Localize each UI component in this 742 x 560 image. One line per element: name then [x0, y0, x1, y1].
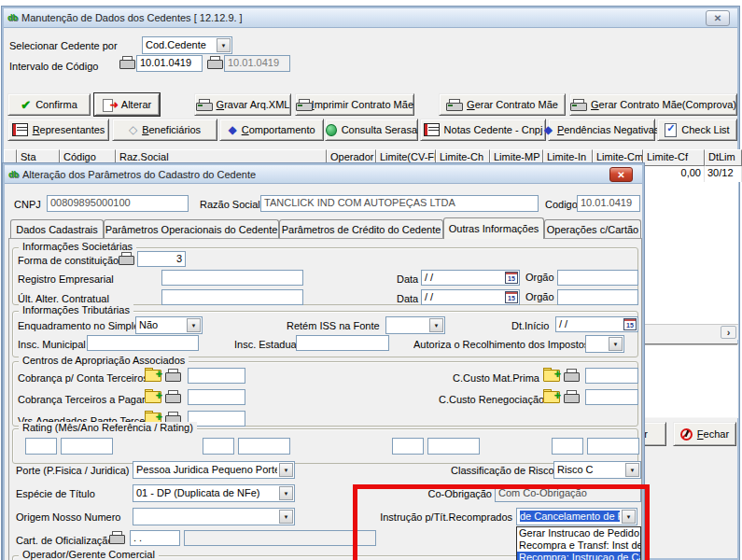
ult-alter-field[interactable]: [161, 289, 303, 305]
ccusto-renegociacao-label: C.Custo Renegociação: [439, 394, 539, 405]
cart-oficializacao-label: Cart. de Oficialização: [16, 535, 114, 546]
alterar-button[interactable]: ➜ Alterar: [94, 93, 160, 116]
edit-arrow-icon: ➜: [103, 99, 117, 111]
rating-field[interactable]: [61, 438, 113, 455]
range-to-field[interactable]: 10.01.0419: [224, 55, 290, 72]
selector-combo[interactable]: Cod.Cedente ▼: [142, 36, 232, 54]
table-header-cell[interactable]: Limite-Cf: [643, 149, 705, 166]
chevron-down-icon[interactable]: ▼: [279, 510, 293, 524]
insc-municipal-field[interactable]: [87, 335, 199, 351]
chevron-down-icon[interactable]: ▼: [279, 486, 293, 500]
lookup-printer-icon[interactable]: [119, 56, 134, 69]
rating-field[interactable]: [427, 438, 480, 455]
check-list-label: Check List: [681, 124, 729, 135]
classificacao-risco-combo[interactable]: Risco C ▼: [553, 461, 641, 479]
folder-plus-icon[interactable]: +: [145, 389, 161, 402]
lookup-printer-icon[interactable]: [119, 252, 133, 265]
calendar-icon[interactable]: 15: [623, 318, 637, 330]
rating-mes-ano-field[interactable]: [392, 438, 424, 455]
comportamento-button[interactable]: ◆ Comportamento: [219, 119, 324, 141]
codigo-field[interactable]: 10.01.0419: [577, 195, 640, 212]
tab-parametros-credito[interactable]: Parâmetros de Crédito do Cedente: [279, 219, 443, 238]
check-list-button[interactable]: ✓ Check List: [657, 119, 737, 141]
folder-plus-icon[interactable]: +: [543, 368, 560, 381]
diamond-icon: ◆: [544, 124, 553, 136]
ledger-icon: [424, 123, 440, 136]
cnpj-field[interactable]: 00809895000100: [47, 195, 189, 212]
tab-operacoes-cartao[interactable]: Operações c/Cartão: [544, 219, 641, 238]
orgao-field[interactable]: [557, 289, 638, 305]
dialog-title: Alteração dos Parâmetros do Cadastro do …: [22, 169, 256, 180]
retem-iss-combo[interactable]: ▼: [385, 316, 445, 334]
orgao-label: Orgão: [525, 272, 554, 283]
screen: db Manutenção de Dados dos Cedentes [ 12…: [0, 0, 742, 560]
confirma-button[interactable]: ✔ Confirma: [7, 93, 91, 116]
gerar-contrato-comprova-button[interactable]: Gerar Contrato Mãe(Comprova): [569, 93, 737, 116]
chevron-down-icon[interactable]: ▼: [217, 38, 231, 52]
gerar-contrato-button[interactable]: Gerar Contrato Mãe: [439, 93, 566, 116]
rating-mes-ano-field[interactable]: [552, 438, 583, 455]
range-from-field[interactable]: 10.01.0419: [136, 55, 203, 72]
tab-dados-cadastrais[interactable]: Dados Cadastrais: [10, 219, 104, 238]
origem-nosso-numero-label: Origem Nosso Numero: [16, 511, 120, 523]
folder-plus-icon[interactable]: +: [145, 368, 161, 381]
calendar-icon[interactable]: 15: [505, 291, 518, 303]
representantes-button[interactable]: Representantes: [7, 119, 109, 141]
cobranca-terceiros-pagar-field[interactable]: [188, 389, 245, 405]
group-title: Operador/Gerente Comercial: [19, 549, 159, 560]
chevron-down-icon[interactable]: ▼: [625, 463, 639, 477]
tab-parametros-operacionais[interactable]: Parâmetros Operacionais do Cedente: [104, 219, 279, 238]
chevron-down-icon[interactable]: ▼: [609, 337, 623, 351]
ccusto-matprima-field[interactable]: [585, 368, 638, 384]
forma-constituicao-field[interactable]: 3: [137, 251, 186, 267]
notas-cedente-button[interactable]: Notas Cedente - Cnpj: [420, 119, 546, 141]
enquadramento-simples-combo[interactable]: Não ▼: [135, 316, 203, 334]
orgao-label: Orgão: [525, 291, 554, 302]
cobranca-conta-terceiros-field[interactable]: [188, 368, 245, 384]
lookup-printer-icon[interactable]: [109, 531, 124, 544]
insc-estadual-field[interactable]: [296, 335, 389, 351]
folder-plus-icon[interactable]: +: [543, 389, 560, 402]
pendencias-button[interactable]: ◆ Pendências Negativas: [548, 119, 655, 141]
scroll-right-button[interactable]: ›: [721, 326, 736, 339]
classificacao-risco-value: Risco C: [557, 464, 623, 475]
pendencias-label: Pendências Negativas: [557, 124, 659, 135]
ccusto-renegociacao-field[interactable]: [585, 389, 638, 405]
especie-titulo-combo[interactable]: 01 - DP (Duplicata de NFe) ▼: [133, 484, 295, 502]
ult-alter-contratual-label: Últ. Alter. Contratual: [18, 293, 109, 304]
fechar-button[interactable]: Fechar: [673, 422, 736, 446]
tab-outras-informacoes[interactable]: Outras Informações: [443, 217, 544, 239]
main-close-button[interactable]: ✕: [706, 10, 730, 26]
beneficiarios-button[interactable]: ◇ Beneficiários: [112, 119, 217, 141]
chevron-down-icon[interactable]: ▼: [187, 318, 201, 332]
origem-nosso-numero-combo[interactable]: ▼: [133, 508, 295, 525]
rating-mes-ano-field[interactable]: [25, 438, 57, 455]
table-header-cell[interactable]: DtLim: [705, 149, 742, 166]
rating-field[interactable]: [238, 438, 290, 455]
porte-combo[interactable]: Pessoa Juridica Pequeno Porte ▼: [133, 461, 295, 479]
group-title: Centros de Apropriação Associados: [19, 355, 189, 366]
cell-dtlim: 30/12: [705, 166, 742, 182]
lookup-printer-icon[interactable]: [564, 390, 579, 403]
rating-field[interactable]: [587, 438, 639, 455]
alterar-label: Alterar: [121, 99, 151, 110]
chevron-down-icon[interactable]: ▼: [279, 463, 293, 477]
lookup-printer-icon[interactable]: [564, 369, 579, 382]
rating-mes-ano-field[interactable]: [203, 438, 234, 455]
registro-empresarial-label: Registro Empresarial: [18, 273, 114, 285]
orgao-field[interactable]: [557, 270, 638, 286]
chevron-down-icon[interactable]: ▼: [429, 318, 443, 332]
imprimir-contrato-button[interactable]: Imprimir Contrato Mãe: [295, 93, 414, 116]
lookup-printer-icon[interactable]: [165, 390, 180, 403]
autoriza-recolhimento-combo[interactable]: ▼: [585, 335, 624, 353]
dialog-close-button[interactable]: ✕: [609, 167, 633, 182]
lookup-printer-icon[interactable]: [165, 369, 180, 382]
razao-social-field[interactable]: TANCLICK IND COM AUTOPEÇAS LTDA: [260, 195, 539, 212]
fechar-label: Fechar: [697, 428, 729, 440]
lookup-printer-icon[interactable]: [207, 56, 222, 69]
calendar-icon[interactable]: 15: [505, 272, 518, 284]
gravar-xml-button[interactable]: Gravar Arq.XML: [194, 93, 291, 116]
consulta-serasa-button[interactable]: Consulta Serasa: [325, 119, 418, 141]
cart-oficializacao-field[interactable]: . .: [130, 530, 180, 546]
registro-empresarial-field[interactable]: [161, 270, 303, 286]
